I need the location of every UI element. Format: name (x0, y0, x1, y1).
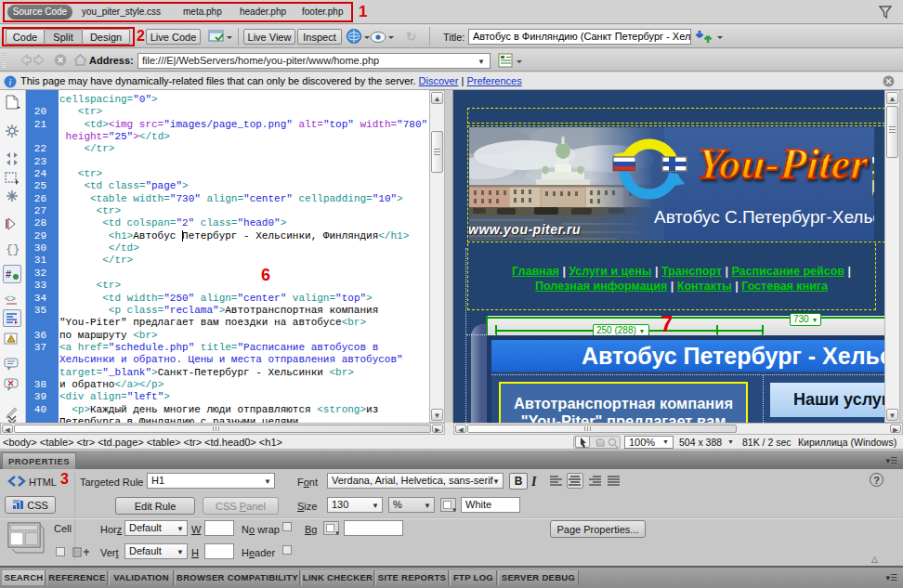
svg-text:i: i (9, 77, 12, 87)
svg-text:{}: {} (6, 242, 20, 255)
svg-text:#: # (6, 268, 11, 280)
svg-text:<>: <> (5, 294, 16, 305)
